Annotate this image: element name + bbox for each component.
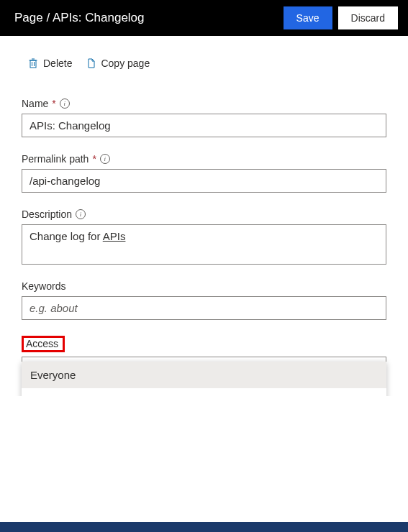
- permalink-label: Permalink path: [22, 153, 89, 165]
- required-marker: *: [52, 98, 55, 109]
- access-label-highlight: Access: [22, 336, 65, 352]
- delete-label: Delete: [43, 58, 72, 69]
- description-label: Description: [22, 208, 72, 220]
- permalink-field: Permalink path * i: [22, 153, 386, 193]
- keywords-label: Keywords: [22, 280, 65, 292]
- permalink-input[interactable]: [22, 169, 386, 193]
- description-field: Description i Change log for APIs: [22, 208, 386, 265]
- info-icon[interactable]: i: [100, 154, 110, 164]
- info-icon[interactable]: i: [76, 209, 86, 219]
- name-field: Name * i: [22, 98, 386, 137]
- save-button[interactable]: Save: [284, 6, 332, 29]
- access-field: Access Everyone Everyone Selected user g…: [22, 336, 386, 380]
- required-marker: *: [92, 153, 96, 165]
- keywords-field: Keywords: [22, 280, 386, 320]
- delete-action[interactable]: Delete: [27, 58, 72, 69]
- page-header: Page / APIs: Changelog Save Discard: [0, 0, 408, 36]
- name-input[interactable]: [22, 114, 386, 137]
- copy-label: Copy page: [101, 58, 150, 69]
- keywords-input[interactable]: [22, 296, 386, 320]
- copy-icon: [85, 58, 96, 69]
- copy-page-action[interactable]: Copy page: [85, 58, 150, 69]
- access-option-everyone[interactable]: Everyone: [22, 362, 386, 388]
- discard-button[interactable]: Discard: [338, 6, 398, 29]
- access-dropdown: Everyone Selected user groups Users with…: [22, 362, 386, 396]
- name-label: Name: [22, 98, 48, 109]
- access-option-selected-groups[interactable]: Selected user groups: [22, 388, 386, 396]
- page-toolbar: Delete Copy page: [22, 58, 386, 69]
- trash-icon: [27, 58, 39, 69]
- info-icon[interactable]: i: [60, 98, 70, 109]
- description-input[interactable]: Change log for APIs: [22, 224, 386, 265]
- page-title: Page / APIs: Changelog: [14, 11, 278, 25]
- svg-rect-0: [30, 60, 36, 68]
- access-label: Access: [26, 338, 58, 349]
